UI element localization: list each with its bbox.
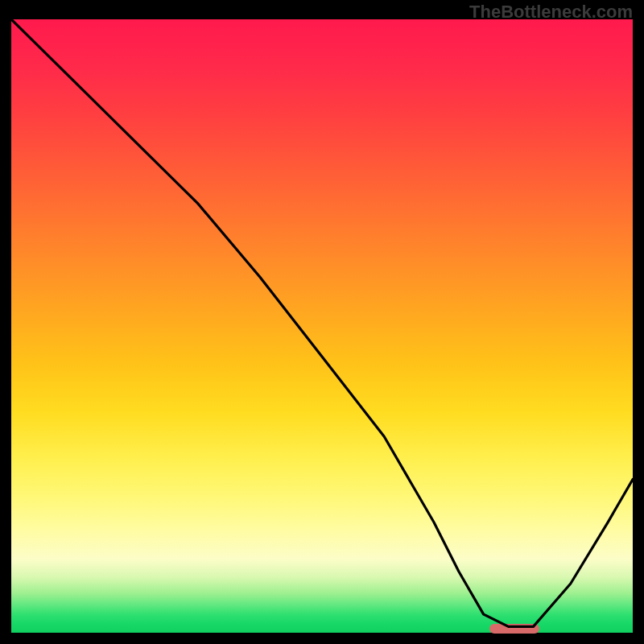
curve-svg: [11, 19, 633, 633]
watermark-text: TheBottleneck.com: [469, 2, 633, 23]
plot-area: [11, 19, 633, 633]
bottleneck-curve: [11, 19, 633, 626]
chart-frame: [11, 19, 633, 633]
